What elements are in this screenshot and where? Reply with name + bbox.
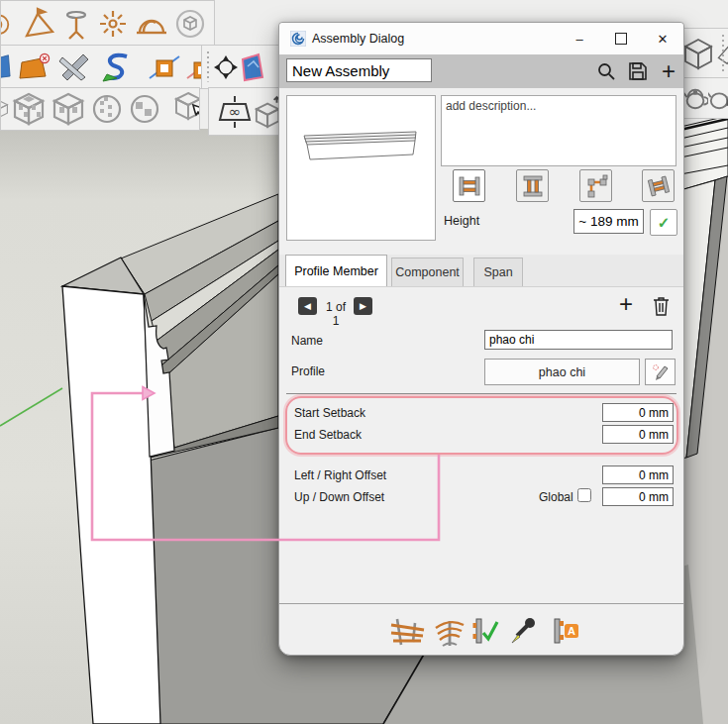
checker-sphere-icon[interactable] bbox=[88, 89, 126, 129]
add-assembly-button[interactable]: + bbox=[657, 58, 680, 84]
knife-tool-icon[interactable] bbox=[54, 48, 96, 87]
profile-type-post-button[interactable] bbox=[516, 169, 549, 202]
toolbar-right-objects bbox=[681, 28, 728, 79]
toolbar-lights bbox=[0, 0, 215, 47]
start-setback-label: Start Setback bbox=[294, 406, 365, 420]
close-button[interactable]: ✕ bbox=[642, 23, 683, 54]
check-icon: ✓ bbox=[658, 214, 671, 232]
search-icon[interactable] bbox=[594, 58, 618, 84]
assembly-name-input[interactable] bbox=[286, 58, 432, 82]
name-label: Name bbox=[291, 334, 323, 348]
minimize-button[interactable]: – bbox=[559, 23, 600, 54]
app-logo-icon bbox=[290, 31, 306, 47]
mesh-light-icon[interactable] bbox=[171, 4, 209, 44]
teapot-render-icon[interactable] bbox=[708, 79, 728, 117]
height-label: Height bbox=[444, 214, 479, 228]
member-pager-text: 1 of 1 bbox=[321, 300, 351, 328]
toolbar-camera bbox=[201, 45, 280, 89]
add-member-button[interactable]: + bbox=[619, 292, 633, 316]
tab-component[interactable]: Component bbox=[391, 258, 464, 286]
infinite-plane-icon[interactable]: ∞ bbox=[215, 90, 255, 134]
maximize-icon bbox=[615, 33, 627, 45]
auto-label-icon[interactable]: A bbox=[552, 616, 581, 646]
global-label: Global bbox=[539, 490, 573, 504]
straight-fence-tool-icon[interactable] bbox=[388, 616, 426, 648]
sphere-light-icon[interactable] bbox=[0, 6, 19, 42]
validate-member-icon[interactable] bbox=[471, 616, 499, 646]
maximize-button[interactable] bbox=[600, 23, 642, 54]
wire-cube-icon[interactable] bbox=[682, 32, 714, 75]
toolbar-right-render bbox=[681, 77, 728, 119]
description-input[interactable] bbox=[441, 95, 676, 166]
checker-sphere2-icon[interactable] bbox=[126, 89, 163, 129]
toolbar-drag-handle[interactable] bbox=[720, 35, 725, 72]
next-member-button[interactable]: ▶ bbox=[354, 297, 372, 315]
geometry-icon[interactable] bbox=[0, 50, 15, 85]
svg-text:A: A bbox=[568, 625, 575, 637]
proxy-cube-icon[interactable] bbox=[255, 90, 280, 134]
pencil-icon bbox=[652, 363, 670, 381]
teapot-icon[interactable] bbox=[682, 79, 708, 117]
profile-type-rail-button[interactable] bbox=[453, 169, 485, 202]
eyedropper-icon[interactable] bbox=[508, 616, 538, 646]
tab-profile-member[interactable]: Profile Member bbox=[285, 255, 387, 286]
profile-edit-button[interactable] bbox=[645, 359, 676, 385]
footer-divider bbox=[279, 603, 683, 604]
pick-object-icon[interactable] bbox=[171, 89, 200, 129]
save-icon[interactable] bbox=[626, 58, 650, 84]
toolbar-materials bbox=[0, 87, 200, 131]
checker-cube-icon[interactable] bbox=[9, 89, 49, 129]
dialog-header-bar: + bbox=[279, 54, 683, 88]
assembly-dialog-window: Assembly Dialog – ✕ + bbox=[278, 22, 684, 656]
delete-member-button[interactable] bbox=[653, 296, 670, 316]
profile-type-slope-button[interactable] bbox=[642, 169, 675, 202]
height-input[interactable] bbox=[573, 209, 644, 234]
tabs-bar: Profile Member Component Span bbox=[279, 255, 683, 287]
ud-offset-input[interactable] bbox=[602, 487, 674, 506]
end-setback-input[interactable] bbox=[602, 425, 674, 444]
toolbar-plane-tools: ∞ bbox=[208, 87, 280, 136]
tab-span[interactable]: Span bbox=[473, 258, 523, 286]
checker-cube2-icon[interactable] bbox=[49, 89, 88, 129]
end-setback-label: End Setback bbox=[294, 428, 362, 442]
profile-select-button[interactable]: phao chi bbox=[484, 359, 640, 385]
clip-plane-icon[interactable] bbox=[146, 48, 183, 87]
toolbar-drag-handle[interactable] bbox=[205, 52, 210, 81]
clipper-delete-icon[interactable] bbox=[15, 48, 54, 87]
profile-type-corner-button[interactable] bbox=[579, 169, 612, 202]
section-divider bbox=[286, 393, 676, 394]
lr-offset-label: Left / Right Offset bbox=[294, 468, 386, 482]
toolbar-vray-tools bbox=[0, 45, 215, 89]
dialog-title: Assembly Dialog bbox=[312, 32, 404, 46]
profile-label: Profile bbox=[291, 364, 325, 378]
textured-cube-icon[interactable] bbox=[0, 90, 9, 128]
assembly-preview-drawing bbox=[287, 96, 433, 238]
lr-offset-input[interactable] bbox=[602, 465, 674, 484]
global-checkbox[interactable] bbox=[577, 488, 591, 502]
svg-text:∞: ∞ bbox=[229, 103, 242, 121]
ud-offset-label: Up / Down Offset bbox=[294, 490, 384, 504]
spot-light-icon[interactable] bbox=[19, 4, 58, 44]
prev-member-button[interactable]: ◀ bbox=[298, 297, 317, 315]
ies-light-icon[interactable] bbox=[58, 4, 94, 44]
curved-fence-tool-icon[interactable] bbox=[433, 616, 467, 648]
dome-light-icon[interactable] bbox=[132, 4, 171, 44]
swirl-tool-icon[interactable] bbox=[96, 48, 138, 87]
omni-light-icon[interactable] bbox=[94, 4, 132, 44]
height-confirm-button[interactable]: ✓ bbox=[650, 209, 677, 236]
assembly-preview[interactable] bbox=[286, 95, 436, 241]
frame-buffer-icon[interactable] bbox=[239, 48, 268, 87]
compass-icon[interactable] bbox=[213, 48, 239, 87]
member-name-input[interactable] bbox=[484, 330, 673, 350]
start-setback-input[interactable] bbox=[602, 403, 674, 422]
